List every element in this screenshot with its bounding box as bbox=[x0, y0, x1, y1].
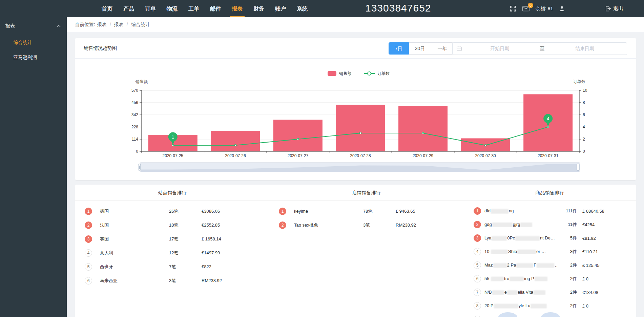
svg-text:2020-07-26: 2020-07-26 bbox=[225, 153, 246, 158]
nav-item-finance[interactable]: 财务 bbox=[253, 0, 264, 17]
ranking-name: 20 Pyle Lu bbox=[484, 303, 557, 309]
svg-text:2020-07-30: 2020-07-30 bbox=[475, 153, 496, 158]
ranking-amount: €2552.85 bbox=[202, 223, 269, 228]
legend: 销售额 订单数 bbox=[328, 71, 390, 76]
rank-badge: 1 bbox=[85, 208, 92, 215]
nav-item-work-orders[interactable]: 工单 bbox=[188, 0, 199, 17]
breadcrumb-separator: / bbox=[127, 22, 128, 27]
topbar: 首页产品订单物流工单邮件报表财务账户系统 13303847652 0 余额: ¥… bbox=[0, 0, 644, 17]
rank-badge: 4 bbox=[85, 249, 92, 257]
nav-item-account[interactable]: 账户 bbox=[275, 0, 286, 17]
mail-icon[interactable]: 0 bbox=[522, 6, 529, 12]
datazoom-handle-right[interactable] bbox=[577, 164, 579, 170]
ranking-name: Maz2 PaF… bbox=[484, 262, 557, 268]
fullscreen-icon[interactable] bbox=[510, 5, 516, 12]
datazoom-slider[interactable] bbox=[138, 163, 579, 172]
sidebar: 报表 综合统计亚马逊利润 bbox=[0, 17, 67, 317]
phone-number: 13303847652 bbox=[365, 2, 431, 14]
ranking-name: 意大利 bbox=[100, 250, 169, 256]
ranking-count: 2件 bbox=[557, 262, 577, 268]
svg-text:570: 570 bbox=[131, 88, 138, 93]
rankings-card: 站点销售排行 1德国26笔€3086.062法国18笔€2552.853英国17… bbox=[75, 185, 636, 317]
logout-button[interactable]: 退出 bbox=[605, 0, 623, 17]
rank-badge: 1 bbox=[474, 207, 481, 215]
calendar-icon bbox=[457, 46, 462, 51]
rank-badge: 1 bbox=[279, 208, 286, 215]
ranking-count: 11件 bbox=[557, 221, 577, 228]
range-button-1[interactable]: 30日 bbox=[409, 42, 432, 55]
svg-text:0: 0 bbox=[583, 149, 585, 154]
nav-item-mail[interactable]: 邮件 bbox=[210, 0, 221, 17]
censored-text bbox=[493, 263, 507, 268]
nav-item-logistics[interactable]: 物流 bbox=[167, 0, 178, 17]
topbar-right: 0 余额: ¥1 bbox=[510, 0, 565, 17]
start-date-input[interactable]: 开始日期 bbox=[462, 46, 538, 52]
svg-text:456: 456 bbox=[131, 100, 138, 105]
rank-badge: 2 bbox=[85, 221, 92, 229]
censored-text bbox=[492, 223, 513, 227]
nav-item-products[interactable]: 产品 bbox=[123, 0, 134, 17]
svg-text:2020-07-28: 2020-07-28 bbox=[350, 153, 371, 158]
logout-icon bbox=[605, 6, 611, 12]
ranking-count: 2件 bbox=[557, 289, 577, 295]
ranking-name: Tao sex桃色 bbox=[294, 222, 363, 228]
shop-ranking-title: 店铺销售排行 bbox=[269, 185, 463, 201]
nav-item-home[interactable]: 首页 bbox=[102, 0, 112, 17]
svg-text:4: 4 bbox=[583, 125, 585, 129]
svg-text:114: 114 bbox=[132, 137, 138, 142]
breadcrumb-link[interactable]: 综合统计 bbox=[131, 22, 150, 27]
datazoom-handle-left[interactable] bbox=[138, 164, 141, 170]
ranking-amount: €1497.99 bbox=[202, 250, 269, 255]
sidebar-item-summary[interactable]: 综合统计 bbox=[0, 35, 67, 50]
ranking-count: 3件 bbox=[557, 249, 577, 255]
svg-text:0: 0 bbox=[136, 149, 138, 154]
svg-text:4: 4 bbox=[547, 116, 549, 121]
range-button-2[interactable]: 一年 bbox=[431, 42, 453, 55]
user-icon[interactable] bbox=[559, 6, 565, 12]
site-ranking-column: 站点销售排行 1德国26笔€3086.062法国18笔€2552.853英国17… bbox=[75, 185, 269, 317]
ranking-row: 4意大利12笔€1497.99 bbox=[75, 246, 269, 260]
range-button-0[interactable]: 7日 bbox=[389, 42, 409, 55]
ranking-name: N/Beella Vita bbox=[484, 290, 557, 295]
ranking-count: 78笔 bbox=[363, 208, 396, 214]
sidebar-group-reports[interactable]: 报表 bbox=[0, 17, 67, 35]
date-range-picker[interactable]: 开始日期 至 结束日期 bbox=[452, 42, 627, 55]
ranking-count: 5件 bbox=[557, 235, 577, 241]
ranking-row: 1德国26笔€3086.06 bbox=[75, 204, 269, 218]
ranking-count: 18笔 bbox=[169, 222, 202, 228]
nav-item-reports[interactable]: 报表 bbox=[232, 0, 243, 17]
svg-text:销售额: 销售额 bbox=[339, 71, 351, 76]
svg-text:8: 8 bbox=[583, 100, 585, 105]
ranking-count: 26笔 bbox=[169, 208, 202, 214]
sidebar-item-amazon-profit[interactable]: 亚马逊利润 bbox=[0, 50, 67, 65]
legend-item-orders[interactable]: 订单数 bbox=[364, 71, 390, 76]
end-date-input[interactable]: 结束日期 bbox=[547, 46, 623, 52]
ranking-name: Lya0Pcnt De… bbox=[484, 235, 557, 241]
ranking-count: 3笔 bbox=[169, 278, 202, 284]
ranking-row: 2gdggjrg11件€4254 bbox=[463, 218, 636, 231]
ranking-name: 法国 bbox=[100, 222, 169, 228]
ranking-row: 820 Pyle Lu2件£ 0 bbox=[463, 299, 636, 313]
rank-badge: 6 bbox=[85, 277, 92, 284]
ranking-name: gdggjrg bbox=[484, 222, 557, 227]
censored-text bbox=[491, 277, 504, 281]
sales-bars[interactable] bbox=[148, 94, 573, 151]
ranking-row: 5西班牙7笔€822 bbox=[75, 260, 269, 274]
ranking-amount: £ 68640.58 bbox=[582, 209, 622, 214]
site-ranking-title: 站点销售排行 bbox=[75, 185, 269, 201]
nav-item-system[interactable]: 系统 bbox=[297, 0, 308, 17]
breadcrumb-link[interactable]: 报表 bbox=[97, 22, 107, 27]
nav-item-orders[interactable]: 订单 bbox=[145, 0, 156, 17]
ranking-row: 1keyime78笔£ 9463.65 bbox=[269, 204, 463, 218]
censored-text bbox=[515, 236, 540, 241]
ranking-row: 655 troing P2件£ 0 bbox=[463, 272, 636, 286]
ranking-count: 7笔 bbox=[169, 264, 202, 270]
ranking-row: 3Lya0Pcnt De…5件€81.92 bbox=[463, 231, 636, 245]
legend-item-sales[interactable]: 销售额 bbox=[328, 71, 351, 76]
svg-text:1: 1 bbox=[172, 134, 174, 140]
svg-text:2020-07-31: 2020-07-31 bbox=[538, 153, 559, 158]
sidebar-group-label: 报表 bbox=[5, 23, 15, 29]
breadcrumb-link[interactable]: 报表 bbox=[114, 22, 124, 27]
product-ranking-column: 商品销售排行 1dfdng111件£ 68640.582gdggjrg11件€4… bbox=[463, 185, 636, 317]
ranking-amount: €81.92 bbox=[582, 236, 622, 241]
